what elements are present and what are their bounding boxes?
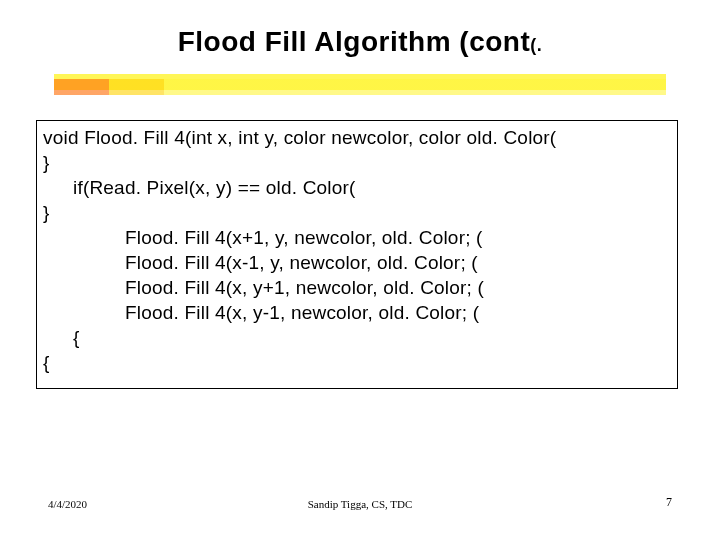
code-line: if(Read. Pixel(x, y) == old. Color( xyxy=(43,175,671,200)
code-line: } xyxy=(43,150,671,175)
code-line: Flood. Fill 4(x, y-1, newcolor, old. Col… xyxy=(43,300,671,325)
code-line: } xyxy=(43,200,671,225)
slide-title: Flood Fill Algorithm (cont(. xyxy=(0,26,720,58)
highlight-gradient xyxy=(54,79,666,95)
code-line: { xyxy=(43,350,671,375)
code-line: Flood. Fill 4(x+1, y, newcolor, old. Col… xyxy=(43,225,671,250)
slide: Flood Fill Algorithm (cont(. void Flood.… xyxy=(0,0,720,540)
code-box: void Flood. Fill 4(int x, int y, color n… xyxy=(36,120,678,389)
code-line: void Flood. Fill 4(int x, int y, color n… xyxy=(43,125,671,150)
footer-author: Sandip Tigga, CS, TDC xyxy=(0,498,720,510)
code-line: Flood. Fill 4(x, y+1, newcolor, old. Col… xyxy=(43,275,671,300)
code-line: Flood. Fill 4(x-1, y, newcolor, old. Col… xyxy=(43,250,671,275)
title-suffix: (. xyxy=(530,35,542,55)
footer-page-number: 7 xyxy=(666,495,672,510)
title-main: Flood Fill Algorithm (cont xyxy=(178,26,531,57)
code-line: { xyxy=(43,325,671,350)
title-underline-highlight xyxy=(54,74,666,98)
